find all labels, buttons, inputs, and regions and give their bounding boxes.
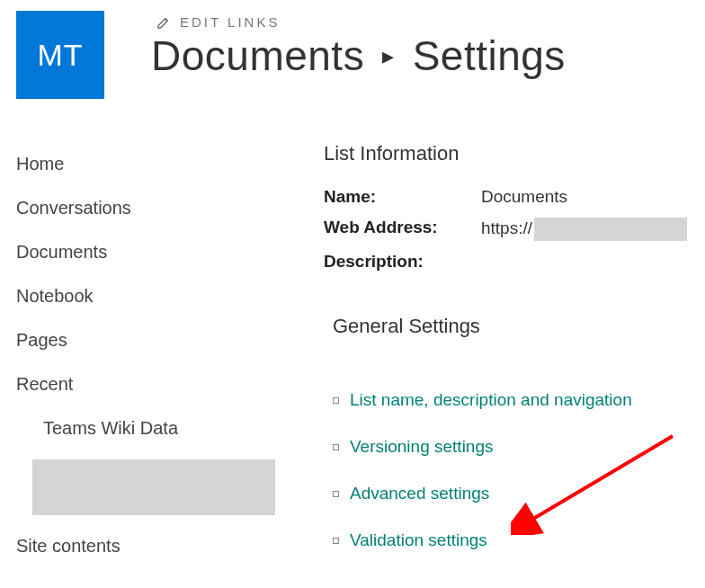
link-list-name-description-navigation[interactable]: List name, description and navigation <box>350 390 632 410</box>
nav-item-recent[interactable]: Recent <box>16 362 297 406</box>
edit-links-button[interactable]: EDIT LINKS <box>151 14 566 30</box>
nav-item-conversations[interactable]: Conversations <box>16 186 297 230</box>
pencil-icon <box>156 15 171 30</box>
nav-item-site-contents[interactable]: Site contents <box>16 524 297 568</box>
bullet-icon <box>333 397 339 404</box>
general-settings-heading: General Settings <box>324 315 705 338</box>
web-address-value[interactable]: https:// <box>481 218 687 241</box>
bullet-icon <box>333 491 339 497</box>
nav-item-documents[interactable]: Documents <box>16 230 297 274</box>
main-content: List Information Name: Documents Web Add… <box>297 142 705 570</box>
link-versioning-settings[interactable]: Versioning settings <box>350 437 494 457</box>
bullet-icon <box>333 444 339 450</box>
bullet-icon <box>333 538 339 544</box>
nav-item-notebook[interactable]: Notebook <box>16 274 297 318</box>
edit-links-label: EDIT LINKS <box>180 14 280 30</box>
list-information-heading: List Information <box>324 142 705 165</box>
breadcrumb: Documents ▸ Settings <box>151 31 566 80</box>
breadcrumb-separator-icon: ▸ <box>380 42 397 70</box>
description-label: Description: <box>324 252 481 272</box>
site-logo[interactable]: MT <box>16 11 104 99</box>
breadcrumb-page: Settings <box>413 31 566 80</box>
left-nav: Home Conversations Documents Notebook Pa… <box>0 142 297 570</box>
nav-item-home[interactable]: Home <box>16 142 297 186</box>
nav-item-recent-sub[interactable]: Teams Wiki Data <box>16 406 297 450</box>
link-advanced-settings[interactable]: Advanced settings <box>350 484 489 503</box>
link-validation-settings[interactable]: Validation settings <box>350 530 487 550</box>
web-address-label: Web Address: <box>324 218 481 241</box>
redacted-nav-item <box>32 459 275 515</box>
redacted-url <box>534 218 687 241</box>
name-value: Documents <box>481 187 567 207</box>
breadcrumb-library[interactable]: Documents <box>151 31 364 80</box>
nav-item-pages[interactable]: Pages <box>16 318 297 362</box>
name-label: Name: <box>324 187 481 207</box>
